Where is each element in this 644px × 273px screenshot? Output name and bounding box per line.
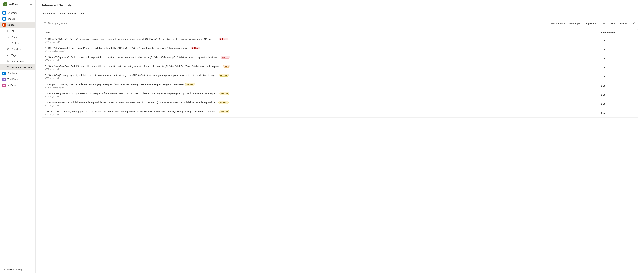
col-alert[interactable]: Alert [45,31,601,34]
add-icon[interactable] [30,3,32,5]
table-row[interactable]: GHSA-m3r6-h7wv-7xxv: BuildKit vulnerable… [42,63,638,72]
nav-project-settings[interactable]: Project settings [2,268,23,271]
nav-label: Files [12,30,16,32]
table-header: Alert First detected [42,29,638,36]
nav-pushes[interactable]: Pushes [0,40,36,46]
severity-badge: Critical [219,38,228,40]
clear-filters-button[interactable] [632,22,636,24]
tab-code-scanning[interactable]: Code scanning [60,10,77,17]
filter-label: Tool [600,22,604,25]
col-first-detected[interactable]: First detected [601,31,635,34]
tags-icon [6,53,10,57]
nav-boards[interactable]: Boards [0,16,36,22]
nav-label: Artifacts [8,84,16,87]
nav-label: Boards [8,17,15,20]
table-row[interactable]: GHSA-9p26-698r-w4hx: BuildKit vulnerable… [42,99,638,108]
nav-label: Advanced Security [12,66,32,69]
filter-tool[interactable]: Tool ▾ [600,22,605,25]
filter-severity[interactable]: Severity ▾ [619,22,628,25]
severity-badge: Medium [218,101,228,104]
alert-title: GHSA-4v98-7qmw-rqr8: BuildKit vulnerable… [45,56,219,58]
table-row[interactable]: GHSA-wr6v-9f75-vh2g: Buildkit's interact… [42,36,638,45]
row-main: CVE-2024-6104: go-retryablehttp prior to… [45,110,601,116]
severity-badge: Medium [219,110,229,113]
row-main: GHSA-v6v8-xj6m-xwqh: go-retryablehttp ca… [45,74,601,79]
nav-label: Repos [8,24,14,26]
filter-label: State: [569,22,574,25]
tabs: Dependencies Code scanning Secrets [42,10,638,17]
tab-dependencies[interactable]: Dependencies [42,10,57,17]
nav-label: Test Plans [8,78,18,81]
svg-point-7 [3,25,4,26]
nav-overview[interactable]: Overview [0,10,36,16]
filter-state[interactable]: State: Open ▾ [569,22,582,25]
nav-repos[interactable]: Repos [0,22,36,28]
filter-controls: Branch: main ▾ State: Open ▾ Pipeline ▾ … [550,22,636,25]
files-icon [6,29,10,33]
filter-input[interactable] [48,22,547,25]
commits-icon [6,35,10,39]
alert-title: GHSA-9p26-698r-w4hx: BuildKit vulnerable… [45,101,217,104]
nav-files[interactable]: Files [0,28,36,34]
severity-badge: Critical [221,56,230,58]
nav-tags[interactable]: Tags [0,52,36,58]
tab-secrets[interactable]: Secrets [81,10,89,17]
alert-location: #655 in package.json:1 [45,50,601,52]
alert-title: GHSA-m3r6-h7wv-7xxv: BuildKit vulnerable… [45,65,222,68]
pushes-icon [6,41,10,45]
nav-label: Pushes [12,42,19,44]
overview-icon [2,11,6,14]
filter-rule[interactable]: Rule ▾ [609,22,615,25]
first-detected: 2 Jul [601,66,635,69]
nav-label: Branches [12,48,21,50]
nav-test-plans[interactable]: Test Plans [0,76,36,82]
alert-location: #660 in go.mod:1 [45,77,601,79]
first-detected: 2 Jul [601,94,635,96]
boards-icon [2,17,6,21]
project-switcher[interactable]: S sarif-test [3,2,19,6]
alert-location: #661 in go.mod:1 [45,41,601,43]
svg-point-13 [8,55,8,55]
nav-label: Tags [12,54,16,56]
table-row[interactable]: GHSA-mq39-4gv4-mvpx: Moby's external DNS… [42,90,638,99]
filter-label: Pipeline [586,22,594,25]
main-content: Advanced Security Dependencies Code scan… [36,0,644,273]
severity-badge: Critical [190,47,200,49]
filter-branch[interactable]: Branch: main ▾ [550,22,565,25]
nav-label: Pipelines [8,72,17,75]
nav-artifacts[interactable]: Artifacts [0,82,36,88]
collapse-icon[interactable] [31,269,33,271]
nav-pull-requests[interactable]: Pull requests [0,58,36,64]
first-detected: 2 Jul [601,112,635,114]
alert-title: GHSA-v6v8-xj6m-xwqh: go-retryablehttp ca… [45,74,218,77]
table-row[interactable]: CVE-2024-6104: go-retryablehttp prior to… [42,108,638,118]
nav-advanced-security[interactable]: Advanced Security [0,64,36,70]
sidebar-header: S sarif-test [1,1,34,9]
alert-title: GHSA-72xf-g2v4-qvf3: tough-cookie Protot… [45,47,189,49]
filter-bar: Branch: main ▾ State: Open ▾ Pipeline ▾ … [42,20,638,26]
table-row[interactable]: GHSA-72xf-g2v4-qvf3: tough-cookie Protot… [42,45,638,54]
nav-pipelines[interactable]: Pipelines [0,70,36,76]
alert-location: #659 in package.json:1 [45,86,601,88]
pulls-icon [6,59,10,63]
first-detected: 2 Jul [601,103,635,105]
page-title: Advanced Security [42,3,638,7]
svg-point-14 [8,60,8,61]
table-row[interactable]: GHSA-p8p7-x288-28g6: Server-Side Request… [42,81,638,90]
svg-rect-5 [4,19,4,19]
svg-point-11 [8,50,8,50]
table-row[interactable]: GHSA-v6v8-xj6m-xwqh: go-retryablehttp ca… [42,72,638,81]
svg-rect-4 [4,19,4,19]
nav-branches[interactable]: Branches [0,46,36,52]
nav-commits[interactable]: Commits [0,34,36,40]
filter-search[interactable] [44,22,547,25]
table-row[interactable]: GHSA-4v98-7qmw-rqr8: BuildKit vulnerable… [42,54,638,63]
filter-pipeline[interactable]: Pipeline ▾ [586,22,596,25]
svg-rect-2 [3,13,5,14]
first-detected: 2 Jul [601,84,635,87]
svg-point-17 [4,269,4,270]
alert-title: GHSA-wr6v-9f75-vh2g: Buildkit's interact… [45,38,218,40]
chevron-down-icon: ▾ [614,22,615,24]
first-detected: 2 Jul [601,75,635,78]
alert-location: #654 in go.mod:1 [45,59,601,61]
